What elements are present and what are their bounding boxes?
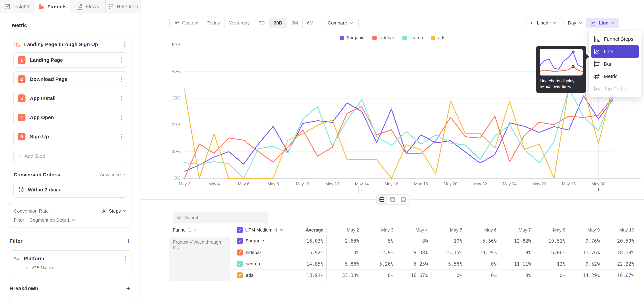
- tab-funnels[interactable]: Funnels: [35, 0, 70, 14]
- legend-item-ads[interactable]: ads: [431, 35, 446, 40]
- date-value-cell: 10%: [430, 235, 464, 247]
- date-value-cell: 2.63%: [327, 235, 361, 247]
- funnel-step-4[interactable]: 4App Open: [14, 110, 127, 125]
- row-name-cell[interactable]: ✓ads: [231, 270, 286, 281]
- chevron-down-icon: [193, 228, 197, 232]
- add-step-button[interactable]: + Add Step: [14, 148, 127, 164]
- legend-item-sidebar[interactable]: sidebar: [372, 35, 394, 40]
- column-header-date[interactable]: May 8: [533, 228, 567, 233]
- step-label: App Open: [30, 114, 120, 120]
- funnel-step-3[interactable]: 3App Install: [14, 90, 127, 106]
- column-header-date[interactable]: May 2: [327, 228, 361, 233]
- range-today[interactable]: Today: [203, 18, 224, 28]
- funnel-column-header[interactable]: Funnel 1: [170, 228, 231, 233]
- column-header-date[interactable]: May 6: [464, 228, 498, 233]
- column-header-average[interactable]: Average: [286, 228, 327, 233]
- filter-kebab-icon[interactable]: [124, 255, 127, 262]
- date-value-cell: 11.76%: [567, 247, 602, 258]
- date-value-cell: 33.33%: [327, 270, 361, 281]
- panel-bottom-toggle[interactable]: [398, 194, 408, 204]
- x-axis-label: May 16: [380, 182, 403, 186]
- search-input[interactable]: [184, 215, 265, 220]
- filter-property[interactable]: Platform: [24, 256, 124, 262]
- date-value-cell: 0%: [498, 270, 533, 281]
- legend-item-organic[interactable]: $organic: [340, 35, 364, 40]
- chart-type-tooltip: Line charts display trends over time.: [536, 46, 586, 93]
- panel-top-toggle[interactable]: [388, 194, 398, 204]
- metric-header[interactable]: Landing Page through Sign Up: [10, 36, 131, 52]
- range-6m[interactable]: 6M: [303, 18, 318, 28]
- row-name-cell[interactable]: ✓search: [231, 258, 286, 270]
- chart-type-dropdown[interactable]: Line: [586, 18, 619, 28]
- column-header-date[interactable]: May 5: [430, 228, 464, 233]
- tab-insights[interactable]: Insights: [0, 0, 35, 13]
- compare-button[interactable]: Compare: [323, 18, 359, 28]
- x-axis-label: May 6: [232, 182, 256, 186]
- checkbox-checked[interactable]: ✓: [237, 227, 243, 233]
- date-value-cell: 0%: [464, 258, 498, 270]
- range-label: 7D: [259, 20, 265, 26]
- funnel-steps-icon: [593, 36, 600, 42]
- range-yesterday[interactable]: Yesterday: [224, 18, 254, 28]
- step-kebab-icon[interactable]: [120, 95, 123, 102]
- all-steps-dropdown[interactable]: All Steps: [102, 208, 126, 214]
- checkbox-checked[interactable]: ✓: [237, 261, 243, 267]
- split-horizontal-toggle[interactable]: [377, 194, 388, 204]
- tab-flows[interactable]: Flows: [70, 0, 106, 13]
- date-value-cell: 14.29%: [567, 270, 602, 281]
- tab-retention[interactable]: Retention: [106, 0, 141, 13]
- column-header-date[interactable]: May 9: [567, 228, 602, 233]
- legend-item-search[interactable]: search: [402, 35, 423, 40]
- average-value-cell: 13.91%: [286, 270, 327, 281]
- x-axis-label: May 2: [173, 182, 196, 186]
- checkbox-checked[interactable]: ✓: [237, 238, 243, 244]
- column-header-date[interactable]: May 10: [602, 228, 636, 233]
- column-header-date[interactable]: May 7: [498, 228, 533, 233]
- filter-operator[interactable]: Is: [24, 265, 28, 270]
- metric-kebab-icon[interactable]: [124, 41, 126, 48]
- menu-item-line[interactable]: Line: [591, 45, 639, 58]
- column-header-date[interactable]: May 3: [361, 228, 396, 233]
- range-3m[interactable]: 3M: [287, 18, 303, 28]
- add-breakdown-button[interactable]: +: [126, 285, 130, 292]
- row-name-cell[interactable]: ✓sidebar: [231, 247, 286, 258]
- advanced-dropdown[interactable]: Advanced: [100, 172, 126, 177]
- range-30d[interactable]: 30D: [269, 18, 287, 28]
- menu-item-bar[interactable]: Bar: [591, 58, 639, 70]
- add-filter-button[interactable]: +: [126, 237, 130, 244]
- date-value-cell: 0%: [361, 270, 396, 281]
- conversion-window-button[interactable]: Within 7 days: [14, 182, 127, 198]
- column-header-date[interactable]: May 4: [396, 228, 430, 233]
- step-kebab-icon[interactable]: [120, 114, 123, 121]
- filter-value[interactable]: iOS Native: [32, 265, 53, 270]
- retention-icon: [108, 4, 114, 10]
- menu-item-funnel-steps[interactable]: Funnel Steps: [591, 33, 639, 45]
- x-axis-label: May 20: [439, 182, 462, 186]
- interval-dropdown[interactable]: Day: [564, 18, 587, 28]
- date-value-cell: 5.56%: [430, 258, 464, 270]
- chevron-down-icon: [578, 21, 582, 25]
- step-kebab-icon[interactable]: [120, 56, 123, 64]
- date-value-cell: 16.67%: [602, 270, 636, 281]
- menu-item-metric[interactable]: Metric: [591, 70, 639, 82]
- breakdown-column-header[interactable]: ✓ UTM Medium 4: [231, 227, 286, 233]
- step-number-badge: 1: [18, 56, 26, 64]
- checkbox-checked[interactable]: ✓: [237, 250, 243, 256]
- row-name-cell[interactable]: ✓$organic: [231, 235, 286, 247]
- chevron-down-icon: [122, 173, 126, 177]
- report-main: CustomTodayYesterday7D30D3M6M12M Compare…: [141, 14, 644, 302]
- funnel-step-2[interactable]: 2Download Page: [14, 72, 127, 87]
- funnel-step-5[interactable]: 5Sign Up: [14, 129, 127, 144]
- range-custom[interactable]: Custom: [170, 18, 203, 28]
- range-7d[interactable]: 7D: [254, 18, 270, 28]
- table-row-sidebar: ✓sidebar15.92%0%12.9%9.38%15.15%14.29%10…: [170, 247, 636, 258]
- filter-segment-dropdown[interactable]: Filter + Segment on Step 1: [14, 218, 126, 223]
- scale-dropdown[interactable]: Linear: [526, 18, 561, 28]
- checkbox-checked[interactable]: ✓: [237, 272, 243, 278]
- query-sidebar: Metric Landing Page through Sign Up 1Lan…: [0, 14, 141, 302]
- funnel-group-cell[interactable]: Product Viewed through P...: [170, 236, 230, 281]
- step-kebab-icon[interactable]: [120, 76, 123, 83]
- date-value-cell: 14.29%: [464, 247, 498, 258]
- step-kebab-icon[interactable]: [120, 133, 123, 140]
- funnel-step-1[interactable]: 1Landing Page: [14, 52, 127, 68]
